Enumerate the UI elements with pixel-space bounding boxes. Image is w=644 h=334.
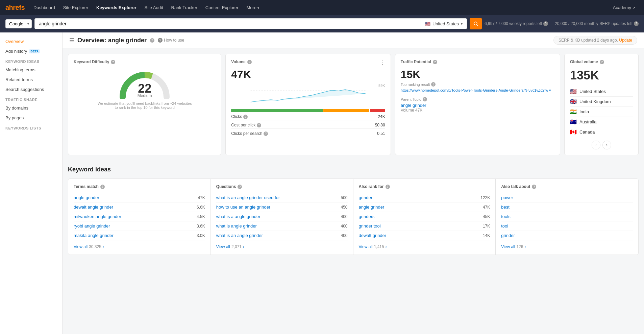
list-item: dewalt grinder 14K bbox=[359, 231, 490, 240]
sidebar-item-by-domains[interactable]: By domains bbox=[0, 103, 62, 113]
ki-num-0-2: 4.5K bbox=[197, 214, 205, 219]
kd-label: Medium bbox=[138, 93, 152, 98]
top-result-help-icon[interactable]: ? bbox=[431, 82, 436, 87]
ki-link-2-3[interactable]: grinder tool bbox=[359, 223, 381, 229]
how-to-use-btn[interactable]: How to use bbox=[158, 38, 184, 43]
engine-select[interactable]: Google Bing bbox=[5, 19, 32, 28]
volume-card: Volume ? ⋮ 47K 59K bbox=[225, 54, 391, 155]
ki-link-3-1[interactable]: best bbox=[501, 205, 510, 210]
ki-link-1-3[interactable]: what is angle grinder bbox=[216, 223, 257, 229]
tp-card-title: Traffic Potential ? bbox=[401, 59, 554, 64]
nav-content-explorer[interactable]: Content Explorer bbox=[202, 3, 242, 12]
nav-site-explorer[interactable]: Site Explorer bbox=[60, 3, 92, 12]
clicks-help-icon[interactable]: ? bbox=[243, 115, 248, 119]
ki-link-0-3[interactable]: ryobi angle grinder bbox=[74, 223, 110, 229]
menu-toggle-icon[interactable]: ☰ bbox=[69, 37, 74, 44]
kd-gauge: 22 Medium bbox=[118, 68, 172, 99]
flag-australia: 🇦🇺 bbox=[570, 119, 577, 125]
nav-more[interactable]: More bbox=[243, 3, 262, 12]
engine-selector-wrapper: Google Bing bbox=[5, 19, 32, 28]
ki-link-2-0[interactable]: grinder bbox=[359, 195, 372, 200]
country-selector-btn[interactable]: 🇺🇸 United States bbox=[421, 19, 467, 29]
nav-keywords-explorer[interactable]: Keywords Explorer bbox=[93, 3, 140, 12]
sidebar-item-search-suggestions[interactable]: Search suggestions bbox=[0, 85, 62, 94]
ki-link-1-1[interactable]: how to use an angle grinder bbox=[216, 205, 270, 210]
view-all-also-rank-for[interactable]: View all 1,415 › bbox=[359, 244, 490, 249]
keyword-search-input[interactable] bbox=[35, 19, 421, 29]
ki-link-0-0[interactable]: angle grinder bbox=[74, 195, 99, 200]
list-item: what is an angle grinder used for 500 bbox=[216, 193, 348, 202]
ki-link-0-4[interactable]: makita angle grinder bbox=[74, 233, 114, 238]
ki-link-3-2[interactable]: tools bbox=[501, 214, 510, 219]
keyword-ideas-title: Keyword ideas bbox=[68, 166, 639, 173]
top-result-link[interactable]: https://www.homedepot.com/b/Tools-Power-… bbox=[401, 88, 554, 93]
volume-help-icon[interactable]: ? bbox=[247, 60, 252, 64]
ki-link-1-4[interactable]: what is an angle grinder bbox=[216, 233, 263, 238]
sidebar-item-overview[interactable]: Overview bbox=[0, 37, 62, 46]
ahrefs-logo: ahrefs bbox=[5, 4, 25, 11]
parent-topic-help-icon[interactable]: ? bbox=[423, 97, 427, 101]
selected-country: United States bbox=[432, 21, 459, 26]
ki-link-3-0[interactable]: power bbox=[501, 195, 513, 200]
ki-link-3-3[interactable]: tool bbox=[501, 223, 508, 229]
ki-link-0-1[interactable]: dewalt angle grinder bbox=[74, 205, 113, 210]
ki-link-1-2[interactable]: what is a angle grinder bbox=[216, 214, 261, 219]
cps-help-icon[interactable]: ? bbox=[264, 132, 268, 136]
ki-link-3-4[interactable]: grinder bbox=[501, 233, 515, 238]
volume-chart: 59K bbox=[231, 84, 385, 111]
monthly-serp-help-icon[interactable]: ? bbox=[634, 21, 639, 26]
volume-more-btn[interactable]: ⋮ bbox=[380, 59, 385, 66]
kd-note: We estimate that you'll need backlinks f… bbox=[74, 101, 216, 110]
gv-help-icon[interactable]: ? bbox=[600, 60, 604, 64]
sidebar-item-related-terms[interactable]: Related terms bbox=[0, 75, 62, 85]
update-status: SERP & KD updated 2 days ago. Update bbox=[553, 36, 637, 45]
clicks-row: Clicks ? 24K bbox=[231, 113, 385, 120]
ki-num-2-2: 45K bbox=[483, 214, 490, 219]
view-all-questions[interactable]: View all 2,071 › bbox=[216, 244, 348, 249]
country-row-australia: 🇦🇺 Australia bbox=[570, 117, 633, 127]
page-header: ☰ Overview: angle grinder ? How to use S… bbox=[63, 32, 644, 48]
page-help-icon[interactable]: ? bbox=[150, 38, 154, 43]
list-item: best bbox=[501, 202, 633, 212]
nav-rank-tracker[interactable]: Rank Tracker bbox=[168, 3, 201, 12]
clicks-value: 24K bbox=[378, 114, 385, 119]
view-all-also-talk-about[interactable]: View all 126 › bbox=[501, 244, 633, 249]
country-next-btn[interactable]: › bbox=[602, 141, 611, 149]
parent-topic-volume: Volume 47K bbox=[401, 108, 554, 113]
list-item: what is angle grinder 400 bbox=[216, 221, 348, 231]
view-all-terms-match[interactable]: View all 30,325 › bbox=[74, 244, 205, 249]
ki-link-0-2[interactable]: milwaukee angle grinder bbox=[74, 214, 121, 219]
terms-match-help-icon[interactable]: ? bbox=[100, 185, 105, 189]
search-submit-btn[interactable] bbox=[470, 18, 482, 29]
ki-link-2-2[interactable]: grinders bbox=[359, 214, 375, 219]
list-item: grinder bbox=[501, 231, 633, 240]
keyword-ideas-grid: Terms match ? angle grinder 47K dewalt a… bbox=[68, 178, 639, 255]
kd-help-icon[interactable]: ? bbox=[111, 60, 115, 64]
nav-site-audit[interactable]: Site Audit bbox=[141, 3, 167, 12]
questions-help-icon[interactable]: ? bbox=[238, 185, 242, 189]
country-row-us: 🇺🇸 United States bbox=[570, 87, 633, 97]
list-item: angle grinder 47K bbox=[74, 193, 205, 202]
update-btn[interactable]: Update bbox=[619, 38, 632, 43]
ki-link-2-1[interactable]: angle grinder bbox=[359, 205, 385, 210]
tp-help-icon[interactable]: ? bbox=[433, 60, 437, 64]
country-row-canada: 🇨🇦 Canada bbox=[570, 127, 633, 137]
country-prev-btn[interactable]: ‹ bbox=[592, 141, 600, 149]
view-all-arrow-0: › bbox=[103, 244, 104, 249]
ki-link-2-4[interactable]: dewalt grinder bbox=[359, 233, 387, 238]
kd-card: Keyword Difficulty ? 22 bbox=[68, 54, 221, 155]
nav-academy[interactable]: Academy bbox=[610, 3, 639, 12]
cpc-value: $0.80 bbox=[375, 123, 385, 127]
cpc-help-icon[interactable]: ? bbox=[257, 123, 261, 127]
also-talk-about-help-icon[interactable]: ? bbox=[532, 185, 536, 189]
sidebar-item-by-pages[interactable]: By pages bbox=[0, 113, 62, 123]
weekly-reports-help-icon[interactable]: ? bbox=[543, 21, 548, 26]
sidebar-item-ads-history[interactable]: Ads history BETA bbox=[0, 46, 62, 56]
ki-link-1-0[interactable]: what is an angle grinder used for bbox=[216, 195, 280, 200]
sidebar-item-matching-terms[interactable]: Matching terms bbox=[0, 65, 62, 75]
volume-stats: Clicks ? 24K Cost per click ? $0.80 Clic… bbox=[231, 113, 385, 137]
global-volume-card: Global volume ? 135K 🇺🇸 United States 🇬🇧… bbox=[564, 54, 639, 155]
also-rank-for-help-icon[interactable]: ? bbox=[386, 185, 390, 189]
nav-dashboard[interactable]: Dashboard bbox=[30, 3, 58, 12]
parent-topic-value[interactable]: angle grinder bbox=[401, 103, 554, 108]
